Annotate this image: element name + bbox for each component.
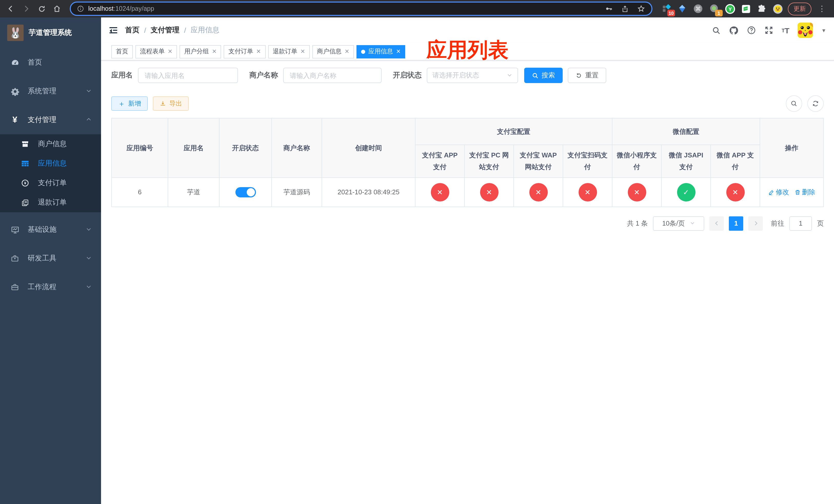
bookmark-star-icon[interactable] (637, 5, 645, 13)
table-toolbar: ＋ 新增 导出 (111, 95, 824, 112)
svg-text:Y: Y (728, 6, 732, 12)
close-icon[interactable]: ✕ (396, 48, 401, 55)
sidebar-logo[interactable]: 🐰 芋道管理系统 (0, 18, 101, 48)
col-header-merchant: 商户名称 (271, 118, 322, 178)
sidebar-item-refund-order[interactable]: 退款订单 (0, 193, 101, 212)
user-avatar[interactable] (797, 23, 813, 38)
url-bar[interactable]: localhost:1024/pay/app (70, 2, 653, 16)
status-toggle[interactable] (235, 187, 256, 198)
ext-kite-icon[interactable] (677, 3, 688, 14)
close-icon[interactable]: ✕ (212, 48, 216, 55)
close-icon[interactable]: ✕ (256, 48, 261, 55)
yen-icon: ¥ (10, 115, 20, 125)
delete-link[interactable]: 删除 (794, 188, 815, 197)
config-status-badge: ✕ (529, 183, 548, 202)
ext-chat-icon[interactable] (740, 3, 751, 14)
avatar-caret-icon[interactable]: ▼ (821, 27, 826, 33)
sidebar-item-app-info[interactable]: 应用信息 (0, 154, 101, 173)
tab-merchant-info[interactable]: 商户信息✕ (312, 45, 354, 58)
browser-update-button[interactable]: 更新 (788, 2, 811, 15)
sidebar-item-dev-tools[interactable]: 研发工具 (0, 244, 101, 273)
url-text[interactable]: localhost:1024/pay/app (88, 5, 154, 12)
chevron-down-icon (507, 71, 512, 79)
svg-text:¥: ¥ (24, 181, 26, 185)
sidebar-item-home[interactable]: 首页 (0, 48, 101, 77)
sidebar-item-merchant-info[interactable]: 商户信息 (0, 134, 101, 154)
ext-grid-diamond-icon[interactable]: 10 (661, 3, 672, 14)
password-key-icon[interactable] (605, 5, 613, 13)
breadcrumb: 首页 / 支付管理 / 应用信息 (125, 26, 220, 35)
col-header-app-name: 应用名 (168, 118, 219, 178)
help-icon[interactable] (747, 26, 756, 35)
home-button[interactable] (50, 2, 64, 15)
cell-wx-app: ✕ (711, 178, 760, 207)
status-select[interactable]: 请选择开启状态 (427, 68, 518, 83)
sidebar-item-workflow[interactable]: 工作流程 (0, 273, 101, 301)
browser-toolbar: localhost:1024/pay/app 10 (0, 0, 834, 18)
tab-app-info[interactable]: 应用信息✕ (356, 45, 405, 58)
tab-pay-order[interactable]: 支付订单✕ (224, 45, 265, 58)
prev-page-button[interactable] (709, 216, 724, 231)
col-header-wx-app: 微信 APP 支付 (711, 145, 760, 178)
search-button[interactable]: 搜索 (524, 68, 563, 83)
header-search-icon[interactable] (712, 26, 721, 35)
forward-button[interactable] (20, 2, 33, 15)
font-size-icon[interactable]: TT (782, 26, 790, 35)
ext-green-dot-icon[interactable]: 1 (708, 3, 720, 14)
monitor-chart-icon (10, 225, 20, 234)
add-button[interactable]: ＋ 新增 (111, 96, 148, 111)
close-icon[interactable]: ✕ (345, 48, 349, 55)
sidebar-item-label: 退款订单 (38, 198, 67, 207)
merchant-name-input[interactable] (283, 68, 381, 83)
browser-menu-icon[interactable]: ⋮ (816, 4, 828, 13)
sidebar-item-payment[interactable]: ¥ 支付管理 (0, 106, 101, 134)
cell-alipay-app: ✕ (415, 178, 464, 207)
briefcase-icon (10, 283, 20, 291)
status-label: 开启状态 (393, 71, 422, 80)
site-info-icon[interactable] (77, 5, 84, 12)
ext-yudao-icon[interactable]: Y (724, 3, 736, 14)
chevron-down-icon (690, 220, 695, 227)
breadcrumb-home[interactable]: 首页 (125, 26, 139, 35)
col-group-wechat: 微信配置 (612, 118, 760, 145)
reload-button[interactable] (35, 2, 48, 15)
breadcrumb-current: 应用信息 (191, 26, 220, 35)
share-icon[interactable] (621, 5, 629, 13)
sidebar-item-label: 应用信息 (38, 159, 67, 168)
close-icon[interactable]: ✕ (168, 48, 172, 55)
page-number-button[interactable]: 1 (729, 216, 743, 231)
extensions-puzzle-icon[interactable] (756, 3, 767, 14)
tab-refund-order[interactable]: 退款订单✕ (268, 45, 310, 58)
reset-button[interactable]: 重置 (568, 68, 606, 83)
sidebar-item-infrastructure[interactable]: 基础设施 (0, 215, 101, 244)
col-header-created: 创建时间 (322, 118, 415, 178)
edit-link[interactable]: 修改 (768, 188, 789, 197)
grid-table-icon (21, 159, 30, 168)
cell-alipay-wap: ✕ (514, 178, 563, 207)
refresh-table-button[interactable] (807, 95, 824, 112)
github-icon[interactable] (729, 25, 739, 35)
show-search-toggle-button[interactable] (786, 95, 802, 112)
breadcrumb-section[interactable]: 支付管理 (151, 26, 179, 35)
page-size-select[interactable]: 10条/页 (653, 216, 704, 231)
yen-circle-icon: ¥ (21, 179, 30, 187)
next-page-button[interactable] (748, 216, 763, 231)
app-name-label: 应用名 (111, 71, 133, 80)
ext-smiley-profile-icon[interactable] (772, 3, 783, 14)
export-button[interactable]: 导出 (153, 96, 189, 111)
tab-user-group[interactable]: 用户分组✕ (179, 45, 221, 58)
sidebar-item-pay-order[interactable]: ¥ 支付订单 (0, 173, 101, 193)
config-status-badge: ✕ (578, 183, 597, 202)
close-icon[interactable]: ✕ (300, 48, 305, 55)
sidebar-fold-icon[interactable] (109, 26, 118, 35)
sidebar-item-system[interactable]: 系统管理 (0, 77, 101, 106)
logo-image: 🐰 (7, 25, 24, 41)
tab-process-form[interactable]: 流程表单✕ (135, 45, 177, 58)
goto-page-input[interactable] (789, 216, 812, 231)
fullscreen-icon[interactable] (764, 26, 773, 35)
back-button[interactable] (4, 2, 18, 15)
tab-home[interactable]: 首页 (111, 45, 133, 58)
app-name-input[interactable] (138, 68, 238, 83)
dashboard-icon (10, 58, 20, 67)
ext-command-icon[interactable]: ⌘ (693, 3, 704, 14)
